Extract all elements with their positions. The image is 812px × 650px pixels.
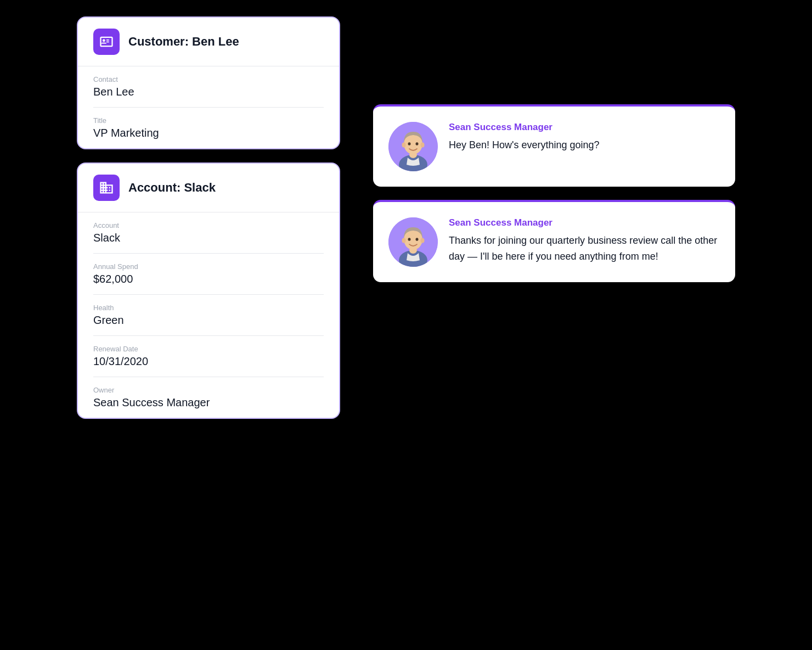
message-content-2: Sean Success Manager Thanks for joining … [449, 217, 720, 265]
customer-card-body: Contact Ben Lee Title VP Marketing [78, 66, 339, 148]
main-layout: Customer: Ben Lee Contact Ben Lee Title … [77, 16, 735, 419]
account-owner-field: Owner Sean Success Manager [93, 377, 324, 418]
svg-point-14 [408, 238, 411, 241]
account-icon [93, 175, 120, 201]
svg-point-13 [421, 238, 425, 243]
customer-contact-label: Contact [93, 75, 324, 83]
account-spend-label: Annual Spend [93, 262, 324, 271]
account-health-label: Health [93, 304, 324, 312]
left-column: Customer: Ben Lee Contact Ben Lee Title … [77, 16, 340, 419]
account-name-value: Slack [93, 232, 324, 244]
svg-point-4 [402, 143, 406, 148]
message-sender-1: Sean Success Manager [449, 122, 720, 133]
account-name-field: Account Slack [93, 212, 324, 254]
account-spend-field: Annual Spend $62,000 [93, 254, 324, 295]
message-card-1: Sean Success Manager Hey Ben! How's ever… [373, 104, 735, 187]
customer-icon [93, 29, 120, 55]
svg-point-6 [408, 142, 411, 145]
account-renewal-value: 10/31/2020 [93, 355, 324, 368]
account-card-title: Account: Slack [128, 181, 216, 195]
account-card-header: Account: Slack [78, 164, 339, 212]
message-sender-2: Sean Success Manager [449, 217, 720, 228]
account-card-body: Account Slack Annual Spend $62,000 Healt… [78, 212, 339, 418]
account-name-label: Account [93, 221, 324, 229]
customer-contact-value: Ben Lee [93, 86, 324, 98]
svg-point-15 [416, 238, 419, 241]
account-spend-value: $62,000 [93, 273, 324, 285]
customer-card-header: Customer: Ben Lee [78, 18, 339, 66]
account-renewal-label: Renewal Date [93, 345, 324, 353]
customer-title-field: Title VP Marketing [93, 108, 324, 148]
account-owner-label: Owner [93, 386, 324, 394]
svg-point-12 [402, 238, 406, 243]
customer-card-title: Customer: Ben Lee [128, 35, 239, 49]
avatar-1 [388, 122, 438, 171]
account-owner-value: Sean Success Manager [93, 396, 324, 409]
account-health-value: Green [93, 314, 324, 327]
customer-card: Customer: Ben Lee Contact Ben Lee Title … [77, 16, 340, 149]
account-card: Account: Slack Account Slack Annual Spen… [77, 162, 340, 419]
svg-point-7 [416, 142, 419, 145]
account-health-field: Health Green [93, 295, 324, 336]
message-card-2: Sean Success Manager Thanks for joining … [373, 200, 735, 282]
account-renewal-field: Renewal Date 10/31/2020 [93, 336, 324, 377]
right-column: Sean Success Manager Hey Ben! How's ever… [373, 16, 735, 282]
customer-title-label: Title [93, 116, 324, 125]
customer-title-value: VP Marketing [93, 127, 324, 139]
svg-point-5 [421, 143, 425, 148]
message-text-2: Thanks for joining our quarterly busines… [449, 233, 720, 265]
message-content-1: Sean Success Manager Hey Ben! How's ever… [449, 122, 720, 153]
customer-contact-field: Contact Ben Lee [93, 66, 324, 108]
message-text-1: Hey Ben! How's everything going? [449, 137, 720, 153]
avatar-2 [388, 217, 438, 267]
